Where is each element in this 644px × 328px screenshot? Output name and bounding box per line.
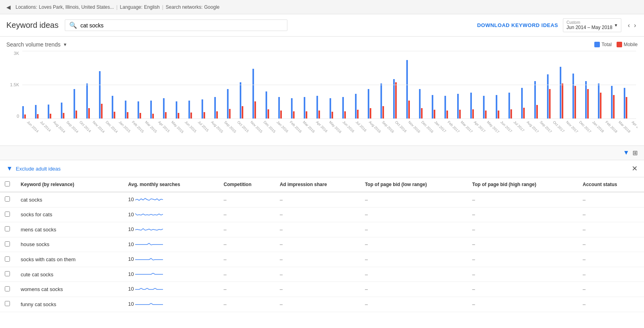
row-checkbox-cell[interactable]	[0, 237, 16, 252]
exclude-adult-button[interactable]: Exclude adult ideas	[16, 166, 61, 172]
row-checkbox[interactable]	[5, 256, 10, 262]
bar-total	[624, 88, 625, 118]
row-competition: –	[219, 267, 275, 282]
select-all-checkbox[interactable]	[5, 181, 10, 186]
x-label: Jun 2017	[499, 120, 512, 133]
prev-arrow[interactable]: ‹	[626, 21, 631, 30]
chart-wrapper: 3K 1.5K 0	[6, 51, 638, 118]
bar-total	[227, 89, 229, 118]
nav-arrows: ‹ ›	[626, 21, 638, 30]
bar-group	[112, 96, 124, 118]
bar-mobile	[434, 110, 435, 118]
row-keyword: womens cat socks	[16, 282, 123, 297]
row-ad-impression: –	[275, 237, 360, 252]
row-keyword: socks for cats	[16, 207, 123, 222]
search-box[interactable]: 🔍	[65, 19, 287, 31]
bar-total	[61, 103, 62, 118]
bar-mobile	[549, 89, 551, 118]
bar-mobile	[268, 109, 269, 118]
bar-mobile	[600, 93, 601, 118]
adult-bar-close[interactable]: ✕	[632, 164, 638, 173]
filter-icon[interactable]: ▼	[623, 149, 629, 157]
row-checkbox-cell[interactable]	[0, 207, 16, 222]
columns-icon[interactable]: ⊞	[632, 149, 638, 157]
bar-group	[202, 99, 214, 118]
bar-group	[150, 101, 163, 118]
y-label-0: 0	[6, 114, 21, 118]
filter-icons: ▼ ⊞	[623, 149, 638, 157]
bar-group	[368, 89, 380, 118]
row-checkbox[interactable]	[5, 271, 10, 276]
date-range-value: Jun 2014 – May 2018	[566, 25, 612, 30]
next-arrow[interactable]: ›	[632, 21, 638, 30]
download-button[interactable]: DOWNLOAD KEYWORD IDEAS	[477, 22, 558, 28]
y-label-1.5k: 1.5K	[6, 82, 21, 87]
row-avg-monthly: 10	[123, 297, 219, 312]
th-keyword: Keyword (by relevance)	[16, 177, 123, 192]
row-checkbox[interactable]	[5, 226, 10, 231]
bar-group	[342, 97, 355, 118]
back-button[interactable]: ◀	[6, 4, 11, 10]
row-ad-impression: –	[275, 267, 360, 282]
row-checkbox-cell[interactable]	[0, 192, 16, 207]
date-selector[interactable]: Custom Jun 2014 – May 2018 ▼	[563, 18, 621, 32]
bar-group	[176, 101, 188, 118]
bar-mobile	[178, 113, 179, 118]
x-label: Jun 2016	[341, 120, 355, 133]
bar-group	[355, 94, 367, 118]
row-checkbox-cell[interactable]	[0, 267, 16, 282]
x-label: Oct 2016	[394, 120, 407, 133]
bar-group	[406, 60, 419, 118]
x-label: Sep 2016	[381, 120, 395, 134]
bar-total	[22, 106, 24, 118]
bar-total	[521, 88, 523, 118]
bar-group	[316, 96, 329, 118]
row-checkbox-cell[interactable]	[0, 252, 16, 267]
bar-mobile	[332, 112, 333, 118]
legend-total-color	[594, 42, 600, 47]
x-label: Aug 2016	[368, 120, 382, 134]
bar-total	[444, 96, 446, 118]
bar-mobile	[536, 105, 538, 118]
bar-mobile	[510, 109, 512, 118]
bar-group	[508, 93, 521, 118]
row-checkbox[interactable]	[5, 301, 10, 306]
row-avg-monthly: 10	[123, 207, 219, 222]
chevron-down-icon: ▼	[614, 23, 618, 27]
bar-group	[291, 98, 303, 118]
bar-total	[330, 98, 331, 118]
x-label: Jan 2016	[276, 120, 289, 133]
search-input[interactable]	[80, 22, 283, 29]
bar-group	[444, 96, 457, 118]
chart-title-area[interactable]: Search volume trends ▼	[6, 41, 67, 48]
x-label: Apr 2016	[315, 120, 328, 133]
bar-group	[496, 95, 508, 118]
row-top-bid-low: –	[360, 237, 467, 252]
bar-mobile	[152, 114, 154, 118]
select-all-col[interactable]	[0, 177, 16, 192]
row-checkbox[interactable]	[5, 212, 10, 217]
table-row: cute cat socks 10 – – – – –	[0, 267, 644, 282]
x-label: Dec 2015	[263, 120, 276, 134]
row-checkbox[interactable]	[5, 196, 10, 202]
x-label: Apr 2018	[631, 120, 638, 133]
row-top-bid-high: –	[467, 192, 578, 207]
row-top-bid-high: –	[467, 267, 578, 282]
row-avg-monthly: 10	[123, 267, 219, 282]
row-checkbox-cell[interactable]	[0, 297, 16, 312]
bar-mobile	[254, 101, 256, 118]
table-row: funny cat socks 10 – – – – –	[0, 297, 644, 312]
row-avg-monthly: 10	[123, 222, 219, 237]
x-label: Sep 2014	[66, 120, 79, 134]
row-checkbox[interactable]	[5, 286, 10, 291]
row-checkbox-cell[interactable]	[0, 222, 16, 237]
bar-total	[406, 60, 408, 118]
row-checkbox[interactable]	[5, 241, 10, 246]
bar-mobile	[318, 111, 320, 118]
row-checkbox-cell[interactable]	[0, 282, 16, 297]
bar-mobile	[165, 112, 167, 118]
th-competition: Competition	[219, 177, 275, 192]
legend-mobile: Mobile	[617, 42, 638, 47]
row-keyword: house socks	[16, 237, 123, 252]
bar-mobile	[204, 112, 205, 118]
